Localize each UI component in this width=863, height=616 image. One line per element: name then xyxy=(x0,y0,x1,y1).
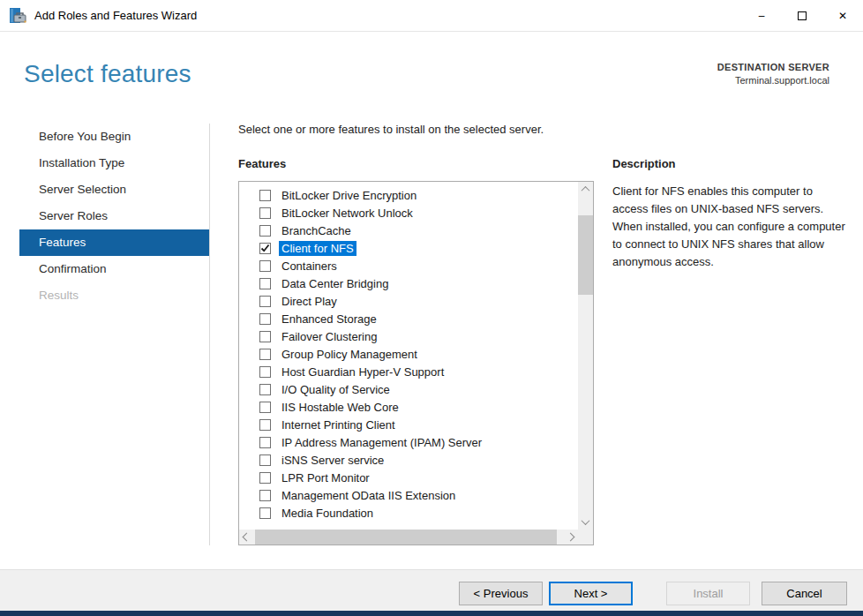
page-title: Select features xyxy=(24,60,191,88)
server-manager-icon xyxy=(8,6,27,26)
feature-row-i-o-quality-of-service[interactable]: I/O Quality of Service xyxy=(239,380,578,398)
destination-server-name: Terminal.support.local xyxy=(717,75,829,86)
feature-checkbox[interactable] xyxy=(259,349,271,360)
feature-label: Media Foundation xyxy=(279,506,376,521)
feature-row-iis-hostable-web-core[interactable]: IIS Hostable Web Core xyxy=(239,398,578,416)
footer-bar: < Previous Next > Install Cancel xyxy=(0,569,863,611)
maximize-icon xyxy=(798,11,807,20)
feature-checkbox[interactable] xyxy=(259,366,271,378)
feature-row-branchcache[interactable]: BranchCache xyxy=(239,222,578,239)
sidebar-item-confirmation[interactable]: Confirmation xyxy=(19,256,209,282)
scroll-down-button[interactable] xyxy=(578,515,593,530)
feature-label: LPR Port Monitor xyxy=(279,470,372,485)
feature-row-containers[interactable]: Containers xyxy=(239,257,578,274)
feature-checkbox[interactable] xyxy=(259,419,271,431)
window-title: Add Roles and Features Wizard xyxy=(34,9,197,22)
feature-label: Containers xyxy=(279,259,340,274)
sidebar-item-installation-type[interactable]: Installation Type xyxy=(19,150,209,177)
feature-row-group-policy-management[interactable]: Group Policy Management xyxy=(239,345,578,363)
description-title: Description xyxy=(612,157,676,170)
feature-checkbox[interactable] xyxy=(259,207,271,219)
scroll-left-button[interactable] xyxy=(239,530,254,545)
feature-row-host-guardian-hyper-v-support[interactable]: Host Guardian Hyper-V Support xyxy=(239,363,578,380)
close-button[interactable]: ✕ xyxy=(822,0,863,31)
feature-label: IP Address Management (IPAM) Server xyxy=(279,435,484,450)
vertical-scrollbar-thumb[interactable] xyxy=(578,215,593,295)
feature-checkbox[interactable] xyxy=(259,225,271,237)
feature-checkbox[interactable] xyxy=(259,472,271,484)
feature-checkbox[interactable] xyxy=(259,384,271,395)
feature-row-bitlocker-network-unlock[interactable]: BitLocker Network Unlock xyxy=(239,204,578,222)
scroll-up-button[interactable] xyxy=(578,182,593,197)
feature-row-management-odata-iis-extension[interactable]: Management OData IIS Extension xyxy=(239,486,578,504)
features-listbox[interactable]: BitLocker Drive EncryptionBitLocker Netw… xyxy=(238,181,594,545)
sidebar-item-results[interactable]: Results xyxy=(19,282,209,309)
feature-row-direct-play[interactable]: Direct Play xyxy=(239,292,578,310)
feature-checkbox[interactable] xyxy=(259,402,271,413)
scrollbar-corner xyxy=(578,530,593,545)
sidebar-item-server-selection[interactable]: Server Selection xyxy=(19,177,209,203)
feature-label: I/O Quality of Service xyxy=(279,382,393,397)
next-button[interactable]: Next > xyxy=(549,582,633,605)
feature-row-failover-clustering[interactable]: Failover Clustering xyxy=(239,327,578,345)
previous-button[interactable]: < Previous xyxy=(459,582,543,605)
horizontal-scrollbar-thumb[interactable] xyxy=(255,530,557,545)
feature-label: Direct Play xyxy=(279,294,340,309)
feature-row-data-center-bridging[interactable]: Data Center Bridging xyxy=(239,274,578,292)
feature-label: IIS Hostable Web Core xyxy=(279,400,401,415)
feature-row-internet-printing-client[interactable]: Internet Printing Client xyxy=(239,416,578,433)
feature-row-bitlocker-drive-encryption[interactable]: BitLocker Drive Encryption xyxy=(239,186,578,204)
title-bar: Add Roles and Features Wizard – ✕ xyxy=(0,0,863,32)
sidebar-item-server-roles[interactable]: Server Roles xyxy=(19,203,209,229)
destination-server-block: DESTINATION SERVER Terminal.support.loca… xyxy=(717,62,829,86)
feature-row-media-foundation[interactable]: Media Foundation xyxy=(239,504,578,522)
feature-checkbox[interactable] xyxy=(259,331,271,342)
chevron-right-icon xyxy=(567,533,575,542)
cancel-button[interactable]: Cancel xyxy=(762,582,847,605)
chevron-left-icon xyxy=(243,533,251,542)
features-list: BitLocker Drive EncryptionBitLocker Netw… xyxy=(239,182,578,530)
sidebar-item-features[interactable]: Features xyxy=(19,229,209,256)
feature-checkbox[interactable] xyxy=(259,243,271,254)
maximize-button[interactable] xyxy=(782,0,822,31)
feature-checkbox[interactable] xyxy=(259,437,271,448)
sidebar-divider xyxy=(209,124,210,545)
feature-label: BitLocker Drive Encryption xyxy=(279,188,419,203)
checkmark-icon xyxy=(260,244,270,253)
feature-checkbox[interactable] xyxy=(259,454,271,466)
features-label: Features xyxy=(238,157,286,170)
feature-label: iSNS Server service xyxy=(279,453,386,468)
feature-checkbox[interactable] xyxy=(259,507,271,519)
feature-checkbox[interactable] xyxy=(259,313,271,325)
feature-checkbox[interactable] xyxy=(259,490,271,501)
instruction-text: Select one or more features to install o… xyxy=(238,123,544,136)
feature-label: Host Guardian Hyper-V Support xyxy=(279,364,447,379)
feature-row-ip-address-management-ipam-server[interactable]: IP Address Management (IPAM) Server xyxy=(239,433,578,451)
scroll-right-button[interactable] xyxy=(563,530,578,545)
feature-row-lpr-port-monitor[interactable]: LPR Port Monitor xyxy=(239,469,578,486)
feature-row-enhanced-storage[interactable]: Enhanced Storage xyxy=(239,310,578,327)
feature-label: BranchCache xyxy=(279,223,354,238)
description-text: Client for NFS enables this computer to … xyxy=(612,183,851,271)
feature-checkbox[interactable] xyxy=(259,190,271,201)
horizontal-scrollbar[interactable] xyxy=(239,530,578,545)
sidebar: Before You BeginInstallation TypeServer … xyxy=(19,124,209,309)
feature-label: Group Policy Management xyxy=(279,347,420,362)
feature-label: BitLocker Network Unlock xyxy=(279,206,416,221)
feature-label: Data Center Bridging xyxy=(279,276,391,291)
minimize-button[interactable]: – xyxy=(741,0,782,31)
vertical-scrollbar[interactable] xyxy=(578,182,593,530)
sidebar-item-before-you-begin[interactable]: Before You Begin xyxy=(19,124,209,150)
window-controls: – ✕ xyxy=(741,0,863,31)
feature-row-client-for-nfs[interactable]: Client for NFS xyxy=(239,239,578,257)
feature-checkbox[interactable] xyxy=(259,260,271,272)
feature-row-isns-server-service[interactable]: iSNS Server service xyxy=(239,451,578,469)
window-bottom-border xyxy=(0,611,863,616)
feature-label: Internet Printing Client xyxy=(279,417,398,432)
install-button[interactable]: Install xyxy=(666,582,750,605)
feature-checkbox[interactable] xyxy=(259,278,271,289)
feature-label: Client for NFS xyxy=(279,241,356,256)
feature-label: Management OData IIS Extension xyxy=(279,488,458,503)
destination-server-label: DESTINATION SERVER xyxy=(717,62,829,72)
feature-checkbox[interactable] xyxy=(259,296,271,307)
